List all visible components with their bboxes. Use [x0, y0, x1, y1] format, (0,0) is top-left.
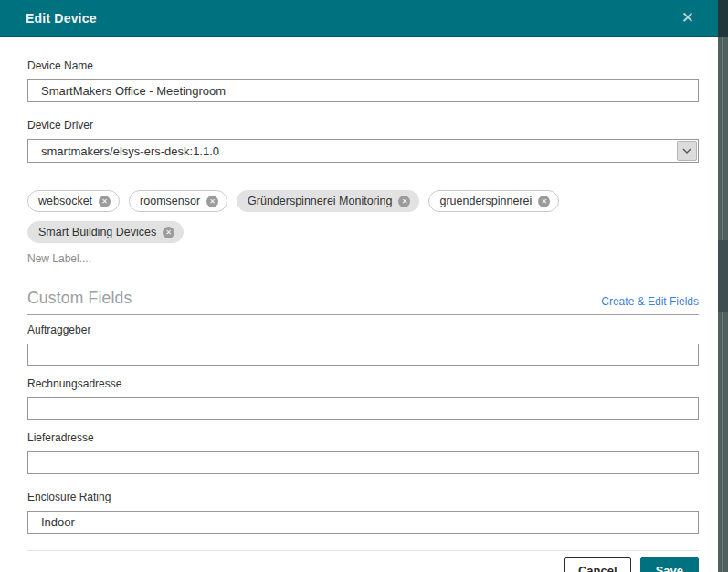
- label-tag[interactable]: gruenderspinnerei ✕: [428, 190, 559, 212]
- device-driver-select[interactable]: smartmakers/elsys-ers-desk:1.1.0: [27, 139, 699, 163]
- device-driver-group: Device Driver smartmakers/elsys-ers-desk…: [27, 119, 699, 163]
- modal-body: Device Name Device Driver smartmakers/el…: [0, 37, 718, 572]
- close-icon[interactable]: ✕: [681, 10, 694, 26]
- device-driver-dropdown-button[interactable]: [677, 141, 697, 161]
- rechnungsadresse-input[interactable]: [27, 397, 699, 420]
- footer-divider: [27, 550, 699, 551]
- page-scrollbar[interactable]: [718, 0, 728, 572]
- tag-text: Smart Building Devices: [38, 226, 156, 238]
- device-name-input[interactable]: [27, 79, 699, 102]
- tag-remove-icon[interactable]: ✕: [163, 227, 174, 238]
- tag-remove-icon[interactable]: ✕: [206, 196, 218, 207]
- modal-header: Edit Device ✕: [0, 0, 718, 37]
- label-tag[interactable]: websocket ✕: [27, 190, 120, 212]
- label-tag[interactable]: roomsensor ✕: [129, 190, 227, 212]
- modal-title: Edit Device: [26, 11, 97, 26]
- tag-remove-icon[interactable]: ✕: [99, 196, 111, 207]
- device-name-label: Device Name: [27, 59, 699, 72]
- device-name-group: Device Name: [27, 59, 699, 102]
- custom-field-group: Auftraggeber: [27, 323, 699, 366]
- label-tag[interactable]: Smart Building Devices ✕: [27, 221, 184, 243]
- custom-fields-header: Custom Fields Create & Edit Fields: [27, 289, 699, 308]
- save-button[interactable]: Save: [640, 557, 699, 572]
- tag-remove-icon[interactable]: ✕: [538, 196, 550, 207]
- device-labels-row: websocket ✕ roomsensor ✕ Gründerspinnere…: [27, 190, 699, 243]
- lieferadresse-input[interactable]: [27, 451, 699, 474]
- custom-field-label: Enclosure Rating: [27, 491, 699, 503]
- device-driver-value: smartmakers/elsys-ers-desk:1.1.0: [28, 140, 676, 162]
- custom-field-label: Rechnungsadresse: [27, 377, 699, 390]
- custom-field-group: Rechnungsadresse: [27, 377, 699, 420]
- tag-text: roomsensor: [140, 195, 200, 207]
- label-tag[interactable]: Gründerspinnerei Monitoring ✕: [237, 190, 419, 212]
- custom-fields-divider: [27, 314, 699, 315]
- edit-device-modal: Edit Device ✕ Device Name Device Driver …: [0, 0, 718, 572]
- custom-fields-heading: Custom Fields: [27, 289, 132, 308]
- tag-text: Gründerspinnerei Monitoring: [248, 195, 392, 207]
- device-driver-label: Device Driver: [27, 119, 699, 132]
- new-label-input[interactable]: [27, 252, 210, 265]
- custom-field-group: Lieferadresse: [27, 431, 699, 474]
- auftraggeber-input[interactable]: [27, 344, 699, 366]
- custom-field-label: Lieferadresse: [27, 431, 699, 444]
- create-edit-fields-link[interactable]: Create & Edit Fields: [601, 295, 699, 308]
- tag-remove-icon[interactable]: ✕: [398, 196, 410, 207]
- footer-actions: Cancel Save: [27, 557, 699, 572]
- scrollbar-thumb[interactable]: [718, 240, 728, 312]
- custom-field-group: Enclosure Rating: [27, 491, 699, 534]
- custom-field-label: Auftraggeber: [27, 323, 699, 336]
- scrollbar-track-top: [718, 0, 728, 37]
- chevron-down-icon: [682, 148, 691, 154]
- tag-text: websocket: [38, 195, 92, 207]
- tag-text: gruenderspinnerei: [439, 195, 532, 207]
- enclosure-rating-input[interactable]: [27, 511, 699, 534]
- cancel-button[interactable]: Cancel: [564, 557, 631, 572]
